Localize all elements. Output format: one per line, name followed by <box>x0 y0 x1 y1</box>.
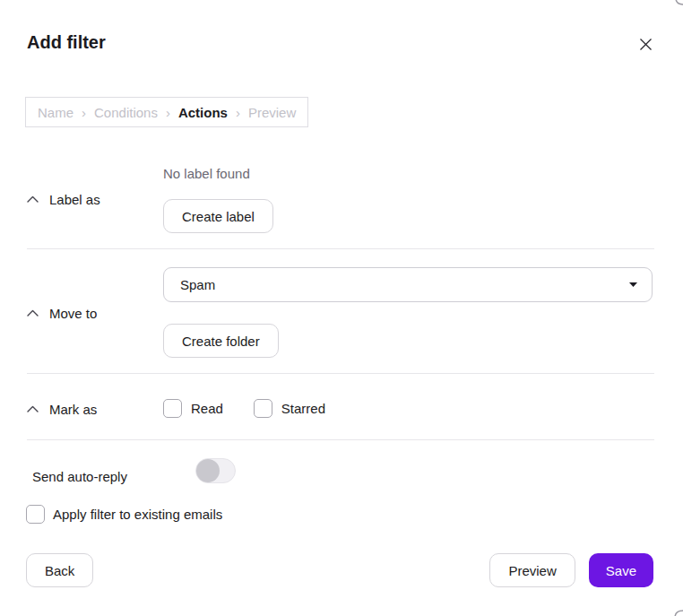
label-as-section-title: Label as <box>49 192 100 207</box>
divider <box>27 248 654 249</box>
apply-filter-checkbox[interactable]: Apply filter to existing emails <box>26 505 222 524</box>
close-button[interactable] <box>635 33 656 55</box>
read-checkbox-label: Read <box>191 401 223 416</box>
footer-actions: Preview Save <box>489 553 653 587</box>
selected-folder-value: Spam <box>180 277 629 292</box>
breadcrumb-step-preview[interactable]: Preview <box>248 105 296 120</box>
save-button[interactable]: Save <box>589 553 653 587</box>
screen-edge-artifact-top-right <box>675 0 683 6</box>
preview-button[interactable]: Preview <box>489 553 575 587</box>
move-to-section-title: Move to <box>49 306 97 321</box>
label-as-section-toggle[interactable]: Label as <box>27 191 100 207</box>
starred-checkbox-label: Starred <box>281 401 325 416</box>
move-to-section-toggle[interactable]: Move to <box>27 305 97 321</box>
chevron-up-icon <box>27 195 39 203</box>
back-button[interactable]: Back <box>26 553 93 587</box>
auto-reply-toggle[interactable] <box>195 458 236 483</box>
caret-down-icon <box>629 282 637 287</box>
mark-as-options: Read Starred <box>163 399 325 418</box>
no-label-found-text: No label found <box>163 166 250 181</box>
mark-as-section-toggle[interactable]: Mark as <box>27 401 97 417</box>
breadcrumb-step-name[interactable]: Name <box>38 105 73 120</box>
modal-title: Add filter <box>27 30 106 54</box>
breadcrumb-separator: › <box>166 105 170 120</box>
chevron-up-icon <box>27 405 39 412</box>
breadcrumb-separator: › <box>82 105 86 120</box>
divider <box>27 439 654 440</box>
starred-checkbox-box[interactable] <box>254 399 272 418</box>
toggle-knob <box>196 459 220 482</box>
breadcrumb: Name › Conditions › Actions › Preview <box>25 97 308 127</box>
read-checkbox-box[interactable] <box>163 399 182 418</box>
add-filter-modal: Add filter Name › Conditions › Actions ›… <box>0 0 683 616</box>
breadcrumb-step-conditions[interactable]: Conditions <box>94 105 158 120</box>
mark-as-section-title: Mark as <box>49 402 97 417</box>
apply-filter-checkbox-box[interactable] <box>26 505 45 524</box>
move-to-folder-select[interactable]: Spam <box>163 267 653 302</box>
create-label-button[interactable]: Create label <box>163 199 273 233</box>
close-icon <box>638 37 653 52</box>
breadcrumb-step-actions[interactable]: Actions <box>178 105 228 120</box>
chevron-up-icon <box>27 309 39 317</box>
apply-filter-checkbox-label: Apply filter to existing emails <box>53 507 222 522</box>
screen-edge-artifact-bottom-right <box>674 609 683 616</box>
read-checkbox[interactable]: Read <box>163 399 223 418</box>
breadcrumb-separator: › <box>236 105 240 120</box>
divider <box>27 373 654 374</box>
starred-checkbox[interactable]: Starred <box>254 399 325 418</box>
send-auto-reply-label: Send auto-reply <box>32 469 127 484</box>
create-folder-button[interactable]: Create folder <box>163 324 279 358</box>
